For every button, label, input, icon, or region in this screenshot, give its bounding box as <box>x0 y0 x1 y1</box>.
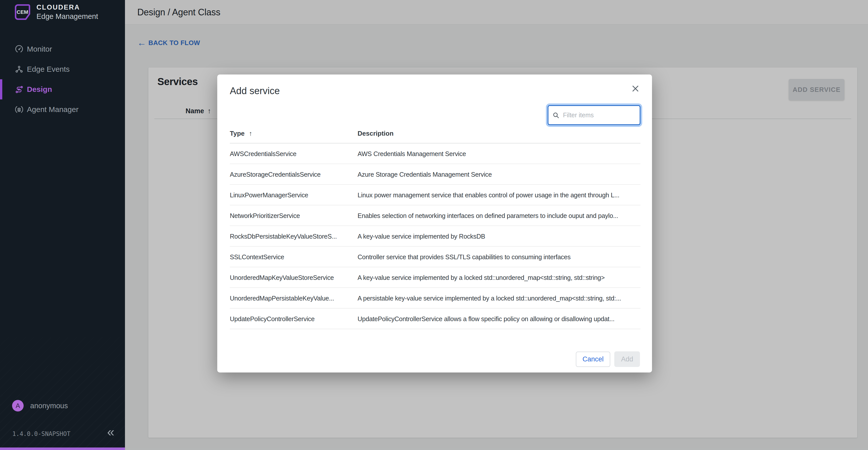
service-type-cell: RocksDbPersistableKeyValueStoreS... <box>230 226 354 247</box>
service-description-cell: Linux power management service that enab… <box>358 185 641 205</box>
table-row[interactable]: UpdatePolicyControllerService UpdatePoli… <box>230 309 641 329</box>
service-type-cell: AWSCredentialsService <box>230 143 354 164</box>
agent-manager-icon <box>14 105 24 114</box>
avatar: A <box>12 400 24 412</box>
service-type-cell: AzureStorageCredentialsService <box>230 164 354 185</box>
app-logo[interactable]: CEM CLOUDERA Edge Management <box>14 3 98 21</box>
sidebar-item-label: Design <box>27 85 52 94</box>
service-type-cell: UnorderedMapPersistableKeyValue... <box>230 288 354 309</box>
sidebar-item-agent-manager[interactable]: Agent Manager <box>0 100 125 119</box>
sidebar-item-label: Agent Manager <box>27 105 79 114</box>
service-type-cell: SSLContextService <box>230 247 354 267</box>
service-description-cell: A key-value service implemented by Rocks… <box>358 226 641 247</box>
cancel-button[interactable]: Cancel <box>576 351 610 367</box>
app-screen: Design / Agent Class ← BACK TO FLOW Serv… <box>0 0 868 450</box>
add-button[interactable]: Add <box>614 351 640 367</box>
service-type-cell: LinuxPowerManagerService <box>230 185 354 205</box>
sidebar-item-design[interactable]: Design <box>0 79 125 100</box>
edge-events-icon <box>14 64 24 74</box>
sidebar-item-label: Monitor <box>27 45 52 53</box>
service-description-cell: Enables selection of networking interfac… <box>358 205 641 226</box>
sort-asc-icon: ↑ <box>249 130 252 137</box>
sidebar-item-edge-events[interactable]: Edge Events <box>0 59 125 79</box>
search-icon <box>552 111 560 119</box>
service-description-cell: A persistable key-value service implemen… <box>358 288 641 309</box>
table-row[interactable]: AzureStorageCredentialsService Azure Sto… <box>230 164 641 185</box>
services-table-body: AWSCredentialsService AWS Credentials Ma… <box>230 143 641 329</box>
modal-title: Add service <box>230 86 280 96</box>
services-table-header: Type ↑ Description <box>230 127 641 143</box>
brand-name: CLOUDERA <box>36 3 98 11</box>
close-icon[interactable] <box>630 83 641 94</box>
collapse-sidebar-icon[interactable]: « <box>107 425 115 439</box>
sidebar-nav: Monitor Edge Events Desi <box>0 39 125 119</box>
table-row[interactable]: SSLContextService Controller service tha… <box>230 247 641 267</box>
sidebar: CEM CLOUDERA Edge Management Monitor <box>0 0 125 450</box>
user-name: anonymous <box>30 402 68 410</box>
table-row[interactable]: NetworkPrioritizerService Enables select… <box>230 205 641 226</box>
service-description-cell: Controller service that provides SSL/TLS… <box>358 247 641 267</box>
sidebar-item-monitor[interactable]: Monitor <box>0 39 125 59</box>
sidebar-item-label: Edge Events <box>27 65 70 74</box>
design-flow-icon <box>14 85 24 94</box>
cem-badge-icon: CEM <box>14 4 31 20</box>
service-description-cell: A key-value service implemented by a loc… <box>358 267 641 288</box>
table-row[interactable]: LinuxPowerManagerService Linux power man… <box>230 185 641 205</box>
user-menu[interactable]: A anonymous <box>12 400 68 412</box>
gauge-icon <box>14 44 24 54</box>
cem-badge-label: CEM <box>17 9 28 15</box>
add-service-modal: Add service Type ↑ Description <box>217 75 652 372</box>
services-table: Type ↑ Description AWSCredentialsService… <box>230 127 641 329</box>
description-column-header[interactable]: Description <box>358 130 394 137</box>
table-row[interactable]: AWSCredentialsService AWS Credentials Ma… <box>230 143 641 164</box>
service-type-cell: NetworkPrioritizerService <box>230 205 354 226</box>
table-row[interactable]: RocksDbPersistableKeyValueStoreS... A ke… <box>230 226 641 247</box>
service-type-cell: UnorderedMapKeyValueStoreService <box>230 267 354 288</box>
table-row[interactable]: UnorderedMapKeyValueStoreService A key-v… <box>230 267 641 288</box>
sidebar-accent-strip <box>0 448 125 450</box>
filter-field <box>548 105 641 125</box>
filter-items-input[interactable] <box>560 106 640 124</box>
service-description-cell: Azure Storage Credentials Management Ser… <box>358 164 641 185</box>
service-description-cell: UpdatePolicyControllerService allows a f… <box>358 309 641 329</box>
type-column-header[interactable]: Type ↑ <box>230 130 252 137</box>
service-description-cell: AWS Credentials Management Service <box>358 143 641 164</box>
product-name: Edge Management <box>36 12 98 21</box>
modal-footer: Cancel Add <box>217 350 652 368</box>
type-header-label: Type <box>230 130 245 137</box>
service-type-cell: UpdatePolicyControllerService <box>230 309 354 329</box>
table-row[interactable]: UnorderedMapPersistableKeyValue... A per… <box>230 288 641 309</box>
version-label: 1.4.0.0-SNAPSHOT <box>12 430 70 438</box>
